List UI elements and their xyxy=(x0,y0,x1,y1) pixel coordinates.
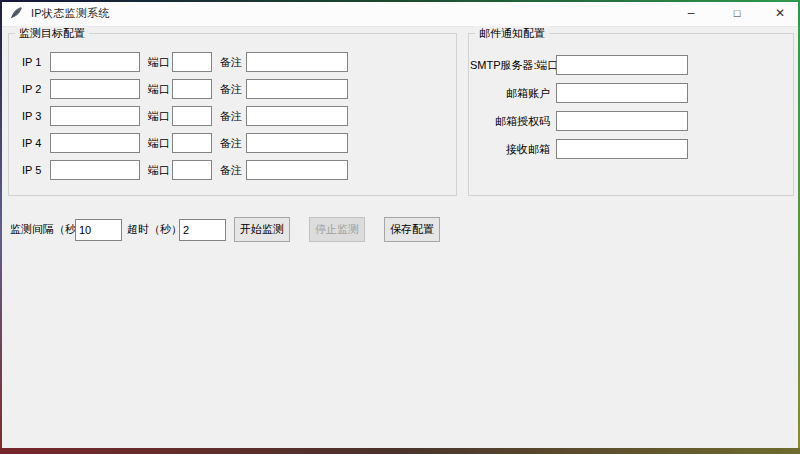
ip5-label: IP 5 xyxy=(22,164,46,176)
ip-row-1: IP 1 端口 备注 xyxy=(22,52,348,72)
titlebar: IP状态监测系统 – □ ✕ xyxy=(0,0,800,27)
note3-input[interactable] xyxy=(246,106,348,126)
note-label: 备注 xyxy=(220,136,242,151)
port-label: 端口 xyxy=(148,163,170,178)
interval-label: 监测间隔（秒）: xyxy=(10,222,75,237)
ip-row-5: IP 5 端口 备注 xyxy=(22,160,348,180)
port4-input[interactable] xyxy=(172,133,212,153)
smtp-server-input[interactable] xyxy=(556,55,688,75)
note5-input[interactable] xyxy=(246,160,348,180)
start-monitor-button[interactable]: 开始监测 xyxy=(234,217,290,242)
email-authcode-label: 邮箱授权码 xyxy=(470,114,550,129)
note-label: 备注 xyxy=(220,109,242,124)
ip2-input[interactable] xyxy=(50,79,140,99)
note-label: 备注 xyxy=(220,55,242,70)
note4-input[interactable] xyxy=(246,133,348,153)
screen-edge-artifact-left xyxy=(0,0,2,454)
ip-row-4: IP 4 端口 备注 xyxy=(22,133,348,153)
ip1-label: IP 1 xyxy=(22,56,46,68)
stop-monitor-button[interactable]: 停止监测 xyxy=(309,217,365,242)
email-authcode-input[interactable] xyxy=(556,111,688,131)
minimize-button[interactable]: – xyxy=(668,0,714,26)
note-label: 备注 xyxy=(220,163,242,178)
smtp-server-row: SMTP服务器:端口 xyxy=(470,55,688,75)
email-account-label: 邮箱账户 xyxy=(470,86,550,101)
port1-input[interactable] xyxy=(172,52,212,72)
window-controls: – □ ✕ xyxy=(668,0,800,26)
smtp-server-label: SMTP服务器:端口 xyxy=(470,58,550,73)
port-label: 端口 xyxy=(148,55,170,70)
interval-input[interactable] xyxy=(75,219,122,241)
note1-input[interactable] xyxy=(246,52,348,72)
window-title: IP状态监测系统 xyxy=(31,6,110,21)
close-button[interactable]: ✕ xyxy=(760,0,800,26)
ip3-input[interactable] xyxy=(50,106,140,126)
ip4-input[interactable] xyxy=(50,133,140,153)
ip5-input[interactable] xyxy=(50,160,140,180)
email-account-input[interactable] xyxy=(556,83,688,103)
target-config-group-title: 监测目标配置 xyxy=(15,26,89,40)
note2-input[interactable] xyxy=(246,79,348,99)
port5-input[interactable] xyxy=(172,160,212,180)
receive-email-label: 接收邮箱 xyxy=(470,142,550,157)
screen-edge-artifact-bottom xyxy=(0,448,800,454)
port3-input[interactable] xyxy=(172,106,212,126)
port2-input[interactable] xyxy=(172,79,212,99)
ip-row-2: IP 2 端口 备注 xyxy=(22,79,348,99)
email-config-group-title: 邮件通知配置 xyxy=(475,26,549,40)
receive-email-row: 接收邮箱 xyxy=(470,139,688,159)
port-label: 端口 xyxy=(148,82,170,97)
maximize-button[interactable]: □ xyxy=(714,0,760,26)
receive-email-input[interactable] xyxy=(556,139,688,159)
ip-row-3: IP 3 端口 备注 xyxy=(22,106,348,126)
ip3-label: IP 3 xyxy=(22,110,46,122)
app-feather-icon xyxy=(9,6,23,20)
port-label: 端口 xyxy=(148,109,170,124)
save-config-button[interactable]: 保存配置 xyxy=(384,217,440,242)
timeout-input[interactable] xyxy=(179,219,226,241)
ip1-input[interactable] xyxy=(50,52,140,72)
ip4-label: IP 4 xyxy=(22,137,46,149)
email-authcode-row: 邮箱授权码 xyxy=(470,111,688,131)
note-label: 备注 xyxy=(220,82,242,97)
port-label: 端口 xyxy=(148,136,170,151)
timeout-label: 超时（秒）: xyxy=(127,222,177,237)
ip2-label: IP 2 xyxy=(22,83,46,95)
app-window: IP状态监测系统 – □ ✕ 监测目标配置 IP 1 端口 备注 IP 2 端口… xyxy=(0,0,800,454)
email-account-row: 邮箱账户 xyxy=(470,83,688,103)
bottom-controls: 监测间隔（秒）: 超时（秒）: 开始监测 停止监测 保存配置 xyxy=(10,217,440,242)
